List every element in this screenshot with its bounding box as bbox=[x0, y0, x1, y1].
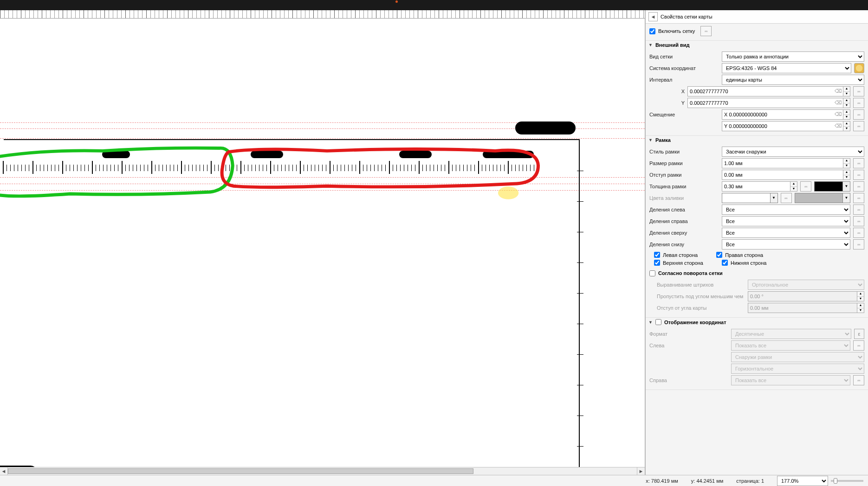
offset-y-input[interactable] bbox=[722, 121, 845, 131]
div-right-select[interactable]: Все bbox=[722, 216, 850, 226]
coords-left-show-select: Показать все bbox=[731, 340, 850, 351]
zoom-select[interactable]: 177.0% bbox=[777, 476, 828, 486]
frame-thickness-input[interactable] bbox=[722, 181, 790, 192]
corner-margin-spinner: ▲▼ bbox=[857, 303, 864, 313]
status-y-label: y: bbox=[691, 478, 695, 484]
data-defined-override-button[interactable]: ⎓ bbox=[853, 239, 864, 249]
redaction bbox=[515, 122, 576, 134]
interval-y-spinner[interactable]: ▲▼ bbox=[843, 98, 850, 108]
side-right-label: Правая сторона bbox=[725, 252, 763, 258]
data-defined-override-button[interactable]: ⎓ bbox=[853, 228, 864, 238]
layout-canvas[interactable]: ◄ ► bbox=[0, 10, 645, 475]
rotation-checkbox[interactable] bbox=[649, 270, 655, 276]
frame-style-select[interactable]: Засечки снаружи bbox=[722, 147, 864, 157]
tick-align-select: Ортогональное bbox=[748, 280, 864, 290]
section-frame-toggle[interactable]: ▼ Рамка bbox=[646, 136, 868, 144]
data-defined-override-button[interactable]: ⎓ bbox=[853, 170, 864, 180]
crs-label: Система координат bbox=[649, 65, 719, 71]
frame-fill-color-2[interactable]: ▼ bbox=[795, 193, 851, 203]
side-top-checkbox[interactable] bbox=[654, 260, 660, 266]
data-defined-override-button[interactable]: ⎓ bbox=[853, 86, 864, 96]
frame-fill-label: Цвета заливки bbox=[649, 195, 719, 201]
frame-fill-color-1[interactable]: ▼ bbox=[722, 193, 778, 203]
crs-select[interactable]: EPSG:4326 - WGS 84 bbox=[722, 63, 851, 73]
redaction bbox=[483, 151, 534, 158]
coords-enable-checkbox[interactable] bbox=[655, 319, 661, 325]
crs-picker-button[interactable] bbox=[854, 63, 864, 73]
clear-icon[interactable]: ⌫ bbox=[834, 121, 843, 130]
frame-margin-spinner[interactable]: ▲▼ bbox=[843, 170, 850, 180]
div-bottom-select[interactable]: Все bbox=[722, 239, 850, 249]
offset-y-spinner[interactable]: ▲▼ bbox=[843, 121, 850, 131]
data-defined-override-button[interactable]: ⎓ bbox=[853, 121, 864, 131]
interval-x-input[interactable] bbox=[687, 86, 845, 96]
data-defined-override-button[interactable]: ⎓ bbox=[853, 205, 864, 215]
frame-margin-input[interactable] bbox=[722, 170, 843, 180]
div-top-select[interactable]: Все bbox=[722, 228, 850, 238]
section-appearance-toggle[interactable]: ▼ Внешний вид bbox=[646, 41, 868, 49]
scroll-right-button[interactable]: ► bbox=[637, 467, 645, 475]
back-button[interactable]: ◄ bbox=[648, 12, 658, 21]
section-coords-toggle[interactable]: ▼ Отображение координат bbox=[646, 318, 868, 326]
data-defined-override-button[interactable]: ⎓ bbox=[781, 193, 792, 203]
clear-icon[interactable]: ⌫ bbox=[834, 109, 843, 119]
chevron-down-icon: ▼ bbox=[648, 43, 653, 47]
data-defined-override-button[interactable]: ⎓ bbox=[853, 109, 864, 120]
skip-angle-input bbox=[748, 291, 857, 301]
enable-grid-checkbox[interactable] bbox=[649, 28, 655, 34]
offset-x-input[interactable] bbox=[722, 109, 845, 120]
frame-thickness-color[interactable]: ▼ bbox=[814, 181, 850, 192]
data-defined-override-button[interactable]: ⎓ bbox=[853, 340, 864, 351]
coords-left-label: Слева bbox=[649, 343, 728, 348]
interval-y-input[interactable] bbox=[687, 98, 845, 108]
clear-icon[interactable]: ⌫ bbox=[834, 98, 843, 107]
data-defined-override-button[interactable]: ⎓ bbox=[853, 375, 864, 385]
interval-x-spinner[interactable]: ▲▼ bbox=[843, 86, 850, 96]
frame-thickness-spinner[interactable]: ▲▼ bbox=[790, 181, 797, 192]
data-defined-override-button[interactable]: ⎓ bbox=[853, 181, 864, 192]
data-defined-override-button[interactable]: ⎓ bbox=[853, 193, 864, 203]
grid-properties-panel: ◄ Свойства сетки карты Включить сетку ⎓ bbox=[645, 10, 868, 475]
zoom-slider-knob[interactable] bbox=[834, 478, 837, 484]
rotation-label: Согласно поворота сетки bbox=[658, 270, 723, 276]
section-appearance-title: Внешний вид bbox=[655, 42, 690, 48]
redaction bbox=[399, 151, 432, 158]
scroll-left-button[interactable]: ◄ bbox=[0, 467, 8, 475]
zoom-slider[interactable] bbox=[831, 480, 863, 482]
interval-units-select[interactable]: единицы карты bbox=[722, 75, 864, 85]
status-x-label: x: bbox=[646, 478, 650, 484]
status-page-label: страница: bbox=[736, 478, 759, 484]
data-defined-override-button[interactable]: ⎓ bbox=[853, 158, 864, 168]
side-bottom-checkbox[interactable] bbox=[722, 260, 728, 266]
div-right-label: Деления справа bbox=[649, 218, 719, 224]
data-defined-override-button[interactable]: ⎓ bbox=[700, 26, 712, 36]
side-top-label: Верхняя сторона bbox=[663, 260, 703, 266]
redaction bbox=[251, 151, 283, 158]
offset-label: Смещение bbox=[649, 112, 719, 117]
status-x-value: 780.419 мм bbox=[651, 478, 678, 484]
div-left-select[interactable]: Все bbox=[722, 205, 850, 215]
data-defined-override-button[interactable]: ⎓ bbox=[853, 98, 864, 108]
frame-size-label: Размер рамки bbox=[649, 160, 719, 166]
enable-grid-label: Включить сетку bbox=[658, 28, 695, 34]
side-right-checkbox[interactable] bbox=[716, 252, 722, 258]
grid-type-select[interactable]: Только рамка и аннотации bbox=[722, 51, 864, 62]
side-left-checkbox[interactable] bbox=[654, 252, 660, 258]
data-defined-override-button[interactable]: ⎓ bbox=[853, 216, 864, 226]
map-frame[interactable] bbox=[4, 139, 580, 467]
offset-x-spinner[interactable]: ▲▼ bbox=[843, 109, 850, 120]
frame-size-input[interactable] bbox=[722, 158, 843, 168]
tick-align-label: Выравнивание штрихов bbox=[657, 282, 745, 288]
expression-button[interactable]: ε bbox=[854, 329, 864, 339]
scroll-thumb[interactable] bbox=[8, 468, 473, 474]
interval-label: Интервал bbox=[649, 77, 719, 83]
data-defined-override-button[interactable]: ⎓ bbox=[800, 181, 811, 192]
grid-ticks-top bbox=[3, 161, 537, 174]
section-coords-title: Отображение координат bbox=[664, 320, 726, 325]
clear-icon[interactable]: ⌫ bbox=[834, 86, 843, 96]
section-frame-title: Рамка bbox=[655, 137, 671, 143]
frame-size-spinner[interactable]: ▲▼ bbox=[843, 158, 850, 168]
canvas-h-scrollbar[interactable]: ◄ ► bbox=[0, 467, 645, 475]
horizontal-ruler bbox=[0, 10, 645, 19]
chevron-down-icon: ▼ bbox=[648, 320, 653, 325]
